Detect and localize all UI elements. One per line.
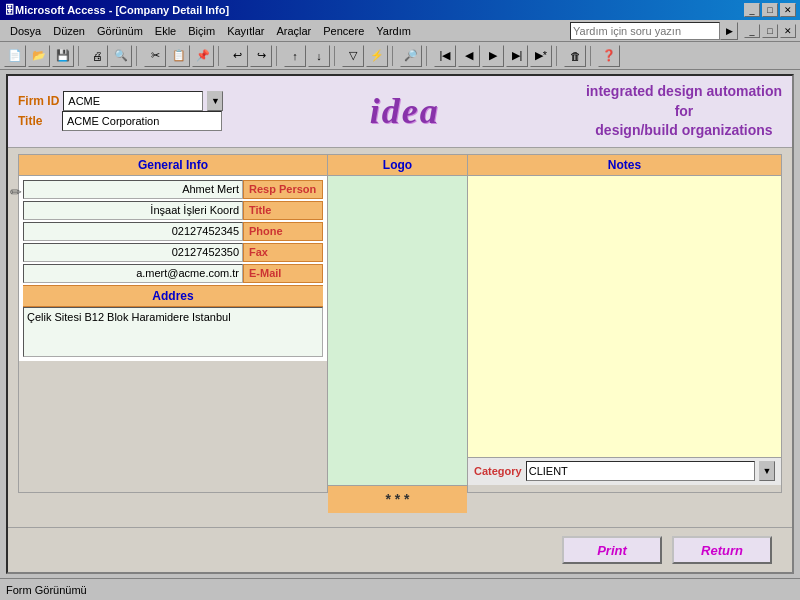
logo-panel: Logo * * * — [328, 154, 468, 493]
phone-row: 02127452345 Phone — [23, 222, 323, 241]
email-value: a.mert@acme.com.tr — [23, 264, 243, 283]
return-button[interactable]: Return — [672, 536, 772, 564]
category-label: Category — [474, 465, 522, 477]
resp-person-value: Ahmet Mert — [23, 180, 243, 199]
toolbar-print[interactable]: 🖨 — [86, 45, 108, 67]
fax-label: Fax — [243, 243, 323, 262]
brand-area: idea — [233, 90, 576, 132]
title-bar-controls: _ □ ✕ — [744, 3, 796, 17]
resp-person-label: Resp Person — [243, 180, 323, 199]
toolbar-nav-prev[interactable]: ◀ — [458, 45, 480, 67]
category-dropdown[interactable]: ▼ — [759, 461, 775, 481]
minimize-button[interactable]: _ — [744, 3, 760, 17]
phone-label: Phone — [243, 222, 323, 241]
print-button[interactable]: Print — [562, 536, 662, 564]
toolbar: 📄 📂 💾 🖨 🔍 ✂ 📋 📌 ↩ ↪ ↑ ↓ ▽ ⚡ 🔎 |◀ ◀ ▶ ▶| … — [0, 42, 800, 70]
toolbar-new[interactable]: 📄 — [4, 45, 26, 67]
title-row: Title — [18, 111, 223, 131]
menu-araclar[interactable]: Araçlar — [270, 23, 317, 39]
title-field-row: İnşaat İşleri Koord Title — [23, 201, 323, 220]
fax-value: 02127452350 — [23, 243, 243, 262]
form-window: ✏ Firm ID ▼ Title idea integrated — [6, 74, 794, 574]
phone-value: 02127452345 — [23, 222, 243, 241]
help-input[interactable] — [570, 22, 720, 40]
toolbar-nav-last[interactable]: ▶| — [506, 45, 528, 67]
menu-window-controls: _ □ ✕ — [744, 24, 796, 38]
notes-content[interactable] — [468, 176, 781, 457]
help-area: ▶ _ □ ✕ — [570, 22, 796, 40]
fax-row: 02127452350 Fax — [23, 243, 323, 262]
toolbar-cut[interactable]: ✂ — [144, 45, 166, 67]
firm-id-input[interactable] — [63, 91, 203, 111]
menu-dosya[interactable]: Dosya — [4, 23, 47, 39]
menu-minimize[interactable]: _ — [744, 24, 760, 38]
title-field-label: Title — [243, 201, 323, 220]
toolbar-copy[interactable]: 📋 — [168, 45, 190, 67]
title-field-value: İnşaat İşleri Koord — [23, 201, 243, 220]
title-label: Title — [18, 114, 58, 128]
toolbar-apply-filter[interactable]: ⚡ — [366, 45, 388, 67]
logo-panel-content — [328, 176, 467, 485]
status-text: Form Görünümü — [6, 584, 87, 596]
status-bar: Form Görünümü — [0, 578, 800, 600]
close-button[interactable]: ✕ — [780, 3, 796, 17]
content-section: General Info Ahmet Mert Resp Person İnşa… — [8, 148, 792, 499]
title-bar-text: Microsoft Access - [Company Detail Info] — [15, 4, 229, 16]
firm-fields: Firm ID ▼ Title — [18, 91, 223, 131]
maximize-button[interactable]: □ — [762, 3, 778, 17]
general-info-header: General Info — [19, 155, 327, 176]
logo-panel-header: Logo — [328, 155, 467, 176]
toolbar-nav-new[interactable]: ▶* — [530, 45, 552, 67]
toolbar-nav-first[interactable]: |◀ — [434, 45, 456, 67]
address-value[interactable]: Çelik Sitesi B12 Blok Haramidere Istanbu… — [23, 307, 323, 357]
address-section-label: Addres — [23, 285, 323, 307]
toolbar-save[interactable]: 💾 — [52, 45, 74, 67]
bottom-bar: Print Return — [8, 527, 792, 572]
toolbar-sort-desc[interactable]: ↓ — [308, 45, 330, 67]
help-go-button[interactable]: ▶ — [720, 22, 738, 40]
menu-kayitlar[interactable]: Kayıtlar — [221, 23, 270, 39]
menu-goruntum[interactable]: Görünüm — [91, 23, 149, 39]
title-bar: 🗄 Microsoft Access - [Company Detail Inf… — [0, 0, 800, 20]
notes-panel-header: Notes — [468, 155, 781, 176]
general-info-panel: General Info Ahmet Mert Resp Person İnşa… — [18, 154, 328, 493]
brand-tagline: integrated design automationfordesign/bu… — [586, 82, 782, 141]
toolbar-nav-next[interactable]: ▶ — [482, 45, 504, 67]
app-icon: 🗄 — [4, 4, 15, 16]
edit-indicator-icon: ✏ — [10, 184, 22, 200]
toolbar-open[interactable]: 📂 — [28, 45, 50, 67]
header-section: Firm ID ▼ Title idea integrated design a… — [8, 76, 792, 148]
menu-maximize[interactable]: □ — [762, 24, 778, 38]
menu-yardim[interactable]: Yardım — [370, 23, 417, 39]
notes-bottom: Category ▼ — [468, 457, 781, 485]
menu-close[interactable]: ✕ — [780, 24, 796, 38]
resp-person-row: Ahmet Mert Resp Person — [23, 180, 323, 199]
email-row: a.mert@acme.com.tr E-Mail — [23, 264, 323, 283]
toolbar-preview[interactable]: 🔍 — [110, 45, 132, 67]
toolbar-paste[interactable]: 📌 — [192, 45, 214, 67]
toolbar-help[interactable]: ❓ — [598, 45, 620, 67]
menu-bicim[interactable]: Biçim — [182, 23, 221, 39]
toolbar-find[interactable]: 🔎 — [400, 45, 422, 67]
general-info-content: Ahmet Mert Resp Person İnşaat İşleri Koo… — [19, 176, 327, 361]
menu-bar: Dosya Düzen Görünüm Ekle Biçim Kayıtlar … — [0, 20, 800, 42]
idea-logo: idea — [370, 90, 440, 132]
firm-id-label: Firm ID — [18, 94, 59, 108]
toolbar-filter[interactable]: ▽ — [342, 45, 364, 67]
toolbar-delete[interactable]: 🗑 — [564, 45, 586, 67]
toolbar-undo[interactable]: ↩ — [226, 45, 248, 67]
category-input[interactable] — [526, 461, 755, 481]
title-input[interactable] — [62, 111, 222, 131]
menu-ekle[interactable]: Ekle — [149, 23, 182, 39]
logo-bottom-text: * * * — [328, 485, 467, 513]
menu-pencere[interactable]: Pencere — [317, 23, 370, 39]
notes-panel: Notes Category ▼ — [468, 154, 782, 493]
toolbar-sort-asc[interactable]: ↑ — [284, 45, 306, 67]
main-area: ✏ Firm ID ▼ Title idea integrated — [0, 70, 800, 578]
menu-duzen[interactable]: Düzen — [47, 23, 91, 39]
firm-id-dropdown[interactable]: ▼ — [207, 91, 223, 111]
toolbar-redo[interactable]: ↪ — [250, 45, 272, 67]
email-label: E-Mail — [243, 264, 323, 283]
firm-id-row: Firm ID ▼ — [18, 91, 223, 111]
